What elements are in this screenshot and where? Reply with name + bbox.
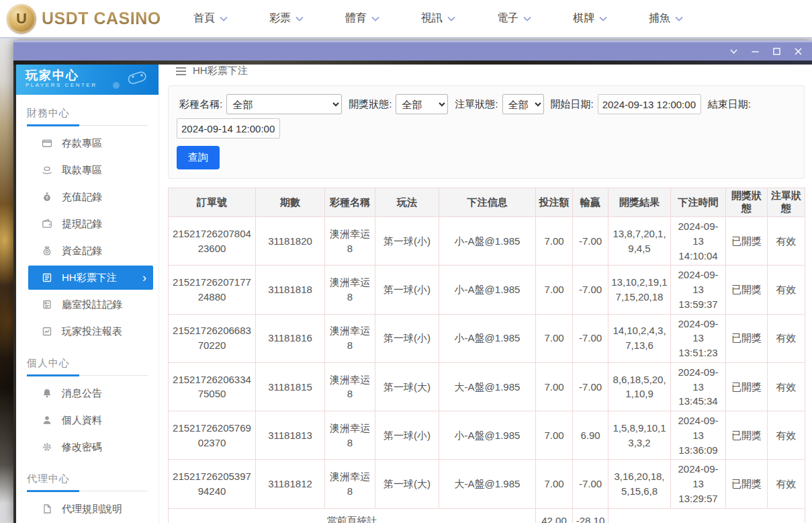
end-date-label: 結束日期: [708, 98, 751, 111]
cell-order-id: 2152172620539794240 [169, 460, 256, 508]
cell-bet-time: 2024-09-13 13:45:34 [671, 362, 726, 411]
sidebar-item-funds-record[interactable]: 資金記錄 [16, 237, 159, 264]
sidebar-item-agent-rules[interactable]: 代理規則說明 [16, 495, 159, 522]
window-minimize-button[interactable] [749, 46, 761, 58]
window-collapse-button[interactable] [727, 46, 739, 58]
cell-draw-status: 已開獎 [726, 362, 768, 411]
nav-item-live[interactable]: 視訊 [421, 11, 455, 26]
withdraw-hand-icon [42, 165, 52, 175]
sidebar-item-label: 廳室投註記錄 [62, 298, 122, 311]
lottery-name-select[interactable]: 全部 [226, 94, 342, 114]
cell-winloss: -7.00 [573, 217, 608, 266]
site-logo[interactable]: U USDT CASINO [0, 4, 168, 34]
section-label: 個人中心 [27, 357, 148, 370]
cell-period: 31181816 [256, 314, 325, 362]
cell-draw-result: 13,10,2,19,17,15,20,18 [608, 266, 671, 314]
section-divider [27, 491, 148, 491]
query-button[interactable]: 查詢 [177, 146, 220, 169]
chevron-right-icon: › [142, 272, 146, 284]
sidebar-item-label: 玩家投注報表 [62, 325, 122, 338]
money-bag-icon [42, 192, 52, 202]
section-divider [27, 375, 148, 376]
sidebar-header: 玩家中心 PLAYERS CENTER [16, 65, 159, 95]
sidebar-item-label: HH彩票下注 [62, 272, 117, 284]
sidebar-item-recharge-record[interactable]: 充值記錄 [16, 184, 159, 210]
cell-order-id: 2152172620633475050 [169, 362, 256, 411]
cell-play-type: 第一球(大) [375, 362, 439, 411]
draw-status-select[interactable]: 全部 [396, 94, 448, 114]
cell-draw-status: 已開獎 [726, 411, 768, 460]
table-row: 2152172620717724880 31181818 澳洲幸运8 第一球(小… [169, 266, 805, 314]
col-lottery-name: 彩種名稱 [325, 188, 375, 217]
nav-item-fishing[interactable]: 捕魚 [649, 11, 683, 26]
nav-item-lottery[interactable]: 彩票 [269, 11, 304, 26]
coin-logo-icon: U [7, 4, 36, 34]
nav-item-sports[interactable]: 體育 [345, 11, 379, 26]
cell-winloss: -7.00 [573, 314, 608, 362]
cell-bet-amount: 7.00 [536, 460, 573, 508]
col-draw-status: 開獎狀態 [726, 188, 768, 217]
sidebar-item-withdraw[interactable]: 取款專區 [16, 157, 159, 184]
screen: U USDT CASINO 首頁 彩票 體育 視訊 電子 [0, 0, 812, 523]
cell-bet-amount: 7.00 [536, 266, 573, 314]
cell-play-type: 第一球(小) [375, 217, 439, 266]
cell-draw-result: 14,10,2,4,3,7,13,6 [608, 314, 671, 362]
bubble-decoration [113, 82, 120, 89]
cell-bet-time: 2024-09-13 13:59:37 [671, 266, 726, 314]
sidebar-item-label: 修改密碼 [62, 441, 102, 454]
person-icon [42, 415, 52, 426]
coin-purse-icon [42, 245, 52, 256]
cell-draw-status: 已開獎 [726, 314, 768, 362]
table-header-row: 訂單號 期數 彩種名稱 玩法 下注信息 投注額 輸贏 開獎結果 下注時間 開獎狀… [169, 188, 805, 217]
page-summary-empty [608, 508, 805, 523]
sidebar-item-room-bet-record[interactable]: 廳室投註記錄 [16, 291, 159, 318]
nav-item-slots[interactable]: 電子 [497, 11, 531, 26]
close-icon [794, 47, 803, 56]
sidebar-item-deposit[interactable]: 存款專區 [16, 130, 159, 157]
cell-order-id: 2152172620576902370 [169, 411, 256, 460]
cell-bet-amount: 7.00 [536, 314, 573, 362]
cell-order-status: 有效 [768, 314, 805, 362]
window-titlebar [13, 40, 812, 61]
sidebar-item-label: 消息公告 [62, 387, 102, 400]
cell-bet-time: 2024-09-13 13:51:23 [671, 314, 726, 362]
cell-winloss: -7.00 [573, 362, 608, 411]
main-content: HH彩票下注 彩種名稱: 全部 開獎狀態: 全部 注單狀態: [159, 65, 812, 523]
table-row: 2152172620668370220 31181816 澳洲幸运8 第一球(小… [169, 314, 805, 362]
bets-table: 訂單號 期數 彩種名稱 玩法 下注信息 投注額 輸贏 開獎結果 下注時間 開獎狀… [168, 188, 805, 523]
nav-item-home[interactable]: 首頁 [193, 11, 228, 26]
cell-bet-info: 大-A盤@1.985 [439, 460, 536, 508]
table-row: 2152172620780423600 31181820 澳洲幸运8 第一球(小… [169, 217, 805, 266]
sidebar-item-profile[interactable]: 個人資料 [16, 407, 159, 434]
draw-status-label: 開獎狀態: [349, 98, 392, 111]
sidebar-item-withdrawal-record[interactable]: 提現記錄 [16, 210, 159, 237]
order-status-select[interactable]: 全部 [502, 94, 544, 114]
nav-label: 捕魚 [649, 11, 670, 26]
cell-order-id: 2152172620780423600 [169, 217, 256, 266]
col-bet-time: 下注時間 [671, 188, 726, 217]
bank-card-icon [42, 138, 52, 149]
cell-play-type: 第一球(小) [375, 266, 439, 314]
cell-draw-status: 已開獎 [726, 460, 768, 508]
col-play-type: 玩法 [375, 188, 439, 217]
sidebar-item-announcements[interactable]: 消息公告 [16, 380, 159, 407]
end-date-input[interactable] [177, 118, 280, 138]
sidebar-item-label: 存款專區 [62, 137, 102, 150]
col-bet-amount: 投注額 [536, 188, 573, 217]
chevron-down-icon [371, 16, 379, 22]
sidebar-item-player-bet-report[interactable]: 玩家投注報表 [16, 318, 159, 345]
sidebar-item-change-password[interactable]: 修改密碼 [16, 434, 159, 460]
lottery-name-label: 彩種名稱: [179, 98, 222, 111]
sidebar-item-label: 個人資料 [62, 414, 102, 427]
document-icon [42, 504, 52, 514]
cell-lottery-name: 澳洲幸运8 [325, 460, 375, 508]
nav-label: 視訊 [421, 11, 443, 26]
cell-winloss: 6.90 [573, 411, 608, 460]
page-summary-bet-total: 42.00 [536, 508, 573, 523]
window-close-button[interactable] [792, 46, 804, 58]
start-date-input[interactable] [598, 94, 701, 114]
sidebar-item-hh-lottery-bets[interactable]: HH彩票下注 › [28, 266, 153, 290]
hamburger-menu-icon[interactable] [176, 67, 186, 75]
window-maximize-button[interactable] [770, 46, 782, 58]
nav-item-cards[interactable]: 棋牌 [573, 11, 607, 26]
